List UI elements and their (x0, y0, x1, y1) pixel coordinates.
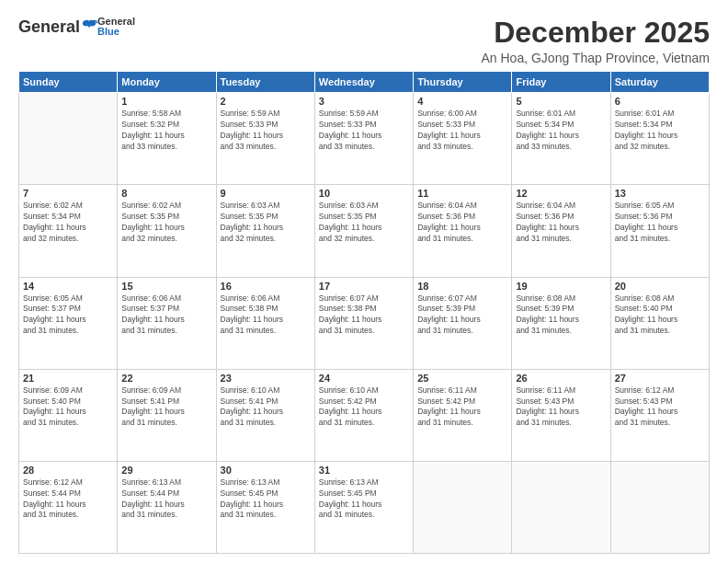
day-number: 14 (23, 281, 113, 292)
day-info: Sunrise: 6:13 AM Sunset: 5:44 PM Dayligh… (121, 477, 211, 522)
day-number: 31 (319, 465, 409, 476)
calendar-cell: 4Sunrise: 6:00 AM Sunset: 5:33 PM Daylig… (414, 93, 512, 185)
day-number: 30 (221, 465, 311, 476)
day-number: 22 (121, 373, 211, 384)
day-number: 13 (615, 188, 705, 199)
calendar-header-row: Sunday Monday Tuesday Wednesday Thursday… (19, 72, 710, 93)
day-number: 18 (417, 281, 507, 292)
logo: General General Blue (18, 17, 135, 37)
day-info: Sunrise: 6:01 AM Sunset: 5:34 PM Dayligh… (615, 109, 705, 153)
day-info: Sunrise: 6:09 AM Sunset: 5:40 PM Dayligh… (23, 385, 113, 430)
logo-text: General General Blue (18, 17, 135, 37)
calendar-cell: 20Sunrise: 6:08 AM Sunset: 5:40 PM Dayli… (610, 277, 709, 369)
calendar-cell: 3Sunrise: 5:59 AM Sunset: 5:33 PM Daylig… (314, 93, 413, 185)
day-info: Sunrise: 6:03 AM Sunset: 5:35 PM Dayligh… (221, 201, 311, 245)
day-info: Sunrise: 6:06 AM Sunset: 5:38 PM Dayligh… (221, 293, 311, 338)
day-number: 20 (615, 281, 705, 292)
calendar-cell: 10Sunrise: 6:03 AM Sunset: 5:35 PM Dayli… (314, 185, 413, 277)
day-info: Sunrise: 6:05 AM Sunset: 5:37 PM Dayligh… (23, 293, 113, 338)
day-info: Sunrise: 5:58 AM Sunset: 5:32 PM Dayligh… (121, 109, 211, 153)
calendar-cell: 25Sunrise: 6:11 AM Sunset: 5:42 PM Dayli… (414, 369, 512, 461)
location-title: An Hoa, GJong Thap Province, Vietnam (481, 51, 710, 65)
page: General General Blue December 2025 An Ho… (0, 0, 728, 563)
day-number: 27 (615, 373, 705, 384)
month-title: December 2025 (481, 17, 710, 49)
calendar-cell: 12Sunrise: 6:04 AM Sunset: 5:36 PM Dayli… (512, 185, 610, 277)
day-info: Sunrise: 6:02 AM Sunset: 5:35 PM Dayligh… (121, 201, 211, 245)
day-info: Sunrise: 6:10 AM Sunset: 5:42 PM Dayligh… (319, 385, 409, 430)
day-info: Sunrise: 6:11 AM Sunset: 5:43 PM Dayligh… (516, 385, 606, 430)
calendar-cell: 27Sunrise: 6:12 AM Sunset: 5:43 PM Dayli… (610, 369, 709, 461)
day-info: Sunrise: 6:01 AM Sunset: 5:34 PM Dayligh… (516, 109, 606, 153)
calendar-cell: 26Sunrise: 6:11 AM Sunset: 5:43 PM Dayli… (512, 369, 610, 461)
col-wednesday: Wednesday (314, 72, 413, 93)
calendar-cell: 21Sunrise: 6:09 AM Sunset: 5:40 PM Dayli… (19, 369, 118, 461)
calendar-cell: 2Sunrise: 5:59 AM Sunset: 5:33 PM Daylig… (216, 93, 314, 185)
day-info: Sunrise: 6:10 AM Sunset: 5:41 PM Dayligh… (221, 385, 311, 430)
header: General General Blue December 2025 An Ho… (18, 17, 710, 65)
calendar-cell: 31Sunrise: 6:13 AM Sunset: 5:45 PM Dayli… (314, 461, 413, 553)
day-info: Sunrise: 6:07 AM Sunset: 5:39 PM Dayligh… (417, 293, 507, 338)
day-number: 25 (417, 373, 507, 384)
day-info: Sunrise: 6:08 AM Sunset: 5:39 PM Dayligh… (516, 293, 606, 338)
calendar-cell: 1Sunrise: 5:58 AM Sunset: 5:32 PM Daylig… (118, 93, 216, 185)
day-info: Sunrise: 5:59 AM Sunset: 5:33 PM Dayligh… (319, 109, 409, 153)
logo-bird-icon (81, 18, 97, 35)
calendar-week-row-4: 28Sunrise: 6:12 AM Sunset: 5:44 PM Dayli… (19, 461, 710, 553)
day-number: 16 (221, 281, 311, 292)
logo-general: General (18, 17, 80, 37)
day-number: 9 (221, 188, 311, 199)
day-number: 19 (516, 281, 606, 292)
calendar-cell: 9Sunrise: 6:03 AM Sunset: 5:35 PM Daylig… (216, 185, 314, 277)
calendar-cell: 17Sunrise: 6:07 AM Sunset: 5:38 PM Dayli… (314, 277, 413, 369)
day-number: 10 (319, 188, 409, 199)
day-info: Sunrise: 6:12 AM Sunset: 5:44 PM Dayligh… (23, 477, 113, 522)
calendar-week-row-2: 14Sunrise: 6:05 AM Sunset: 5:37 PM Dayli… (19, 277, 710, 369)
calendar-cell: 23Sunrise: 6:10 AM Sunset: 5:41 PM Dayli… (216, 369, 314, 461)
calendar-week-row-3: 21Sunrise: 6:09 AM Sunset: 5:40 PM Dayli… (19, 369, 710, 461)
calendar-cell: 6Sunrise: 6:01 AM Sunset: 5:34 PM Daylig… (610, 93, 709, 185)
calendar: Sunday Monday Tuesday Wednesday Thursday… (18, 71, 710, 554)
day-number: 26 (516, 373, 606, 384)
day-number: 4 (417, 96, 507, 107)
day-number: 7 (23, 188, 113, 199)
calendar-cell: 24Sunrise: 6:10 AM Sunset: 5:42 PM Dayli… (314, 369, 413, 461)
day-info: Sunrise: 6:11 AM Sunset: 5:42 PM Dayligh… (417, 385, 507, 430)
col-friday: Friday (512, 72, 610, 93)
day-number: 29 (121, 465, 211, 476)
day-info: Sunrise: 6:12 AM Sunset: 5:43 PM Dayligh… (615, 385, 705, 430)
day-number: 24 (319, 373, 409, 384)
calendar-cell: 8Sunrise: 6:02 AM Sunset: 5:35 PM Daylig… (118, 185, 216, 277)
title-area: December 2025 An Hoa, GJong Thap Provinc… (481, 17, 710, 65)
calendar-cell: 5Sunrise: 6:01 AM Sunset: 5:34 PM Daylig… (512, 93, 610, 185)
day-info: Sunrise: 6:06 AM Sunset: 5:37 PM Dayligh… (121, 293, 211, 338)
col-thursday: Thursday (414, 72, 512, 93)
calendar-cell: 19Sunrise: 6:08 AM Sunset: 5:39 PM Dayli… (512, 277, 610, 369)
day-number: 11 (417, 188, 507, 199)
day-number: 17 (319, 281, 409, 292)
calendar-cell (610, 461, 709, 553)
calendar-cell (414, 461, 512, 553)
calendar-cell (19, 93, 118, 185)
col-monday: Monday (118, 72, 216, 93)
calendar-cell: 28Sunrise: 6:12 AM Sunset: 5:44 PM Dayli… (19, 461, 118, 553)
day-info: Sunrise: 6:08 AM Sunset: 5:40 PM Dayligh… (615, 293, 705, 338)
calendar-cell (512, 461, 610, 553)
day-number: 23 (221, 373, 311, 384)
day-info: Sunrise: 6:13 AM Sunset: 5:45 PM Dayligh… (221, 477, 311, 522)
day-info: Sunrise: 6:02 AM Sunset: 5:34 PM Dayligh… (23, 201, 113, 245)
calendar-cell: 13Sunrise: 6:05 AM Sunset: 5:36 PM Dayli… (610, 185, 709, 277)
calendar-cell: 29Sunrise: 6:13 AM Sunset: 5:44 PM Dayli… (118, 461, 216, 553)
day-info: Sunrise: 6:03 AM Sunset: 5:35 PM Dayligh… (319, 201, 409, 245)
day-number: 2 (221, 96, 311, 107)
day-number: 21 (23, 373, 113, 384)
day-info: Sunrise: 6:09 AM Sunset: 5:41 PM Dayligh… (121, 385, 211, 430)
calendar-cell: 11Sunrise: 6:04 AM Sunset: 5:36 PM Dayli… (414, 185, 512, 277)
day-number: 12 (516, 188, 606, 199)
day-number: 1 (121, 96, 211, 107)
calendar-cell: 14Sunrise: 6:05 AM Sunset: 5:37 PM Dayli… (19, 277, 118, 369)
calendar-cell: 22Sunrise: 6:09 AM Sunset: 5:41 PM Dayli… (118, 369, 216, 461)
day-number: 28 (23, 465, 113, 476)
day-number: 8 (121, 188, 211, 199)
calendar-week-row-1: 7Sunrise: 6:02 AM Sunset: 5:34 PM Daylig… (19, 185, 710, 277)
